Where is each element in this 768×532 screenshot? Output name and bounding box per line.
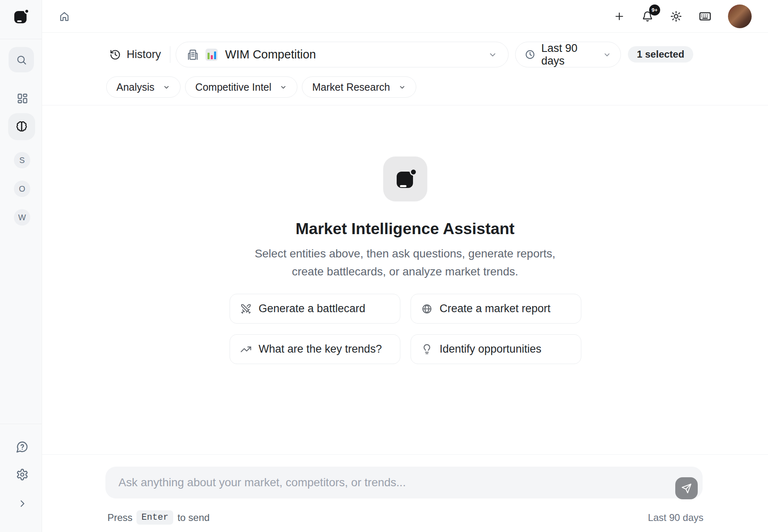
history-button[interactable]: History xyxy=(109,42,161,67)
suggestion-label: What are the key trends? xyxy=(259,343,382,355)
lightbulb-icon xyxy=(421,344,433,355)
keyboard-icon xyxy=(699,10,712,23)
suggestion-label: Generate a battlecard xyxy=(259,302,365,315)
send-icon xyxy=(681,483,692,494)
workspace-avatar-s[interactable]: S xyxy=(14,152,30,168)
sidebar-bottom-divider xyxy=(0,424,42,424)
brain-icon xyxy=(15,120,28,133)
filter-market-research[interactable]: Market Research xyxy=(302,76,416,98)
header-divider xyxy=(170,46,170,63)
suggestion-generate-battlecard[interactable]: Generate a battlecard xyxy=(230,294,400,324)
history-label: History xyxy=(127,48,161,61)
suggestion-label: Create a market report xyxy=(440,302,551,315)
globe-icon xyxy=(421,303,433,315)
chevron-down-icon xyxy=(163,83,170,91)
composer-hints: Press Enter to send Last 90 days xyxy=(107,510,703,525)
help-bubble-icon xyxy=(16,440,29,453)
workspace-avatar-w[interactable]: W xyxy=(14,209,30,226)
user-avatar[interactable] xyxy=(728,4,752,28)
sidebar-expand-button[interactable] xyxy=(13,494,31,512)
assistant-button-active[interactable] xyxy=(8,113,35,140)
chevron-down-icon xyxy=(603,50,612,59)
page-subtitle: Select entities above, then ask question… xyxy=(255,245,555,281)
plus-icon xyxy=(614,11,625,22)
filter-market-research-label: Market Research xyxy=(312,81,390,93)
filter-header: History WIM Competition xyxy=(42,33,768,105)
chevron-right-icon xyxy=(17,498,28,509)
workspace-avatar-o[interactable]: O xyxy=(14,181,30,197)
suggestion-key-trends[interactable]: What are the key trends? xyxy=(230,334,400,364)
chat-input[interactable] xyxy=(105,467,703,498)
page-title: Market Intelligence Assistant xyxy=(295,219,514,238)
shortcuts-button[interactable] xyxy=(699,10,712,23)
trending-up-icon xyxy=(240,344,252,355)
subtitle-line-2: create battlecards, or analyze market tr… xyxy=(255,263,555,281)
dashboard-grid-icon xyxy=(17,93,28,104)
enter-key-chip: Enter xyxy=(136,510,173,525)
selected-count-badge: 1 selected xyxy=(628,46,693,63)
entity-selector[interactable]: WIM Competition xyxy=(176,42,509,67)
dashboard-button[interactable] xyxy=(10,86,35,111)
settings-button[interactable] xyxy=(12,465,32,484)
chevron-down-icon xyxy=(279,83,287,91)
sidebar-top-divider xyxy=(0,39,42,39)
notifications-button[interactable]: 9+ xyxy=(641,10,654,22)
filter-competitive-intel-label: Competitive Intel xyxy=(195,81,271,93)
search-button[interactable] xyxy=(9,47,34,72)
theme-toggle-button[interactable] xyxy=(670,10,682,22)
swords-icon xyxy=(240,303,252,315)
home-button[interactable] xyxy=(55,7,73,25)
composer-time-range: Last 90 days xyxy=(648,512,703,523)
app-logo-icon[interactable] xyxy=(14,9,28,23)
hint-to-send: to send xyxy=(177,512,210,523)
suggestion-grid: Generate a battlecard Create a market re… xyxy=(230,294,581,364)
sidebar: S O W xyxy=(0,0,42,532)
building-icon xyxy=(187,49,199,61)
history-icon xyxy=(109,49,121,60)
notification-count-badge: 9+ xyxy=(649,4,660,16)
top-header: 9+ xyxy=(42,0,768,33)
filter-analysis-label: Analysis xyxy=(116,81,154,93)
time-range-label: Last 90 days xyxy=(541,42,603,67)
new-chat-button[interactable] xyxy=(614,11,625,22)
subtitle-line-1: Select entities above, then ask question… xyxy=(255,245,555,263)
home-icon xyxy=(59,11,70,22)
chevron-down-icon xyxy=(398,83,406,91)
suggestion-label: Identify opportunities xyxy=(440,343,541,355)
help-button[interactable] xyxy=(12,437,32,456)
hero-section: Market Intelligence Assistant Select ent… xyxy=(42,156,768,281)
hint-press: Press xyxy=(107,512,132,523)
bar-chart-emoji-icon xyxy=(205,49,218,61)
clock-icon xyxy=(525,49,536,60)
chevron-down-icon xyxy=(488,50,498,60)
sun-icon xyxy=(670,10,682,22)
entity-selector-label: WIM Competition xyxy=(225,48,316,61)
time-range-selector[interactable]: Last 90 days xyxy=(515,42,621,67)
filter-competitive-intel[interactable]: Competitive Intel xyxy=(185,76,297,98)
category-filters: Analysis Competitive Intel Market Resear… xyxy=(106,76,416,98)
assistant-logo-icon xyxy=(383,156,427,201)
gear-icon xyxy=(16,468,29,481)
topbar-actions: 9+ xyxy=(614,0,752,33)
suggestion-create-market-report[interactable]: Create a market report xyxy=(411,294,581,324)
composer-section: Press Enter to send Last 90 days xyxy=(42,454,768,532)
send-button[interactable] xyxy=(675,477,698,499)
search-icon xyxy=(16,54,27,65)
suggestion-identify-opportunities[interactable]: Identify opportunities xyxy=(411,334,581,364)
filter-analysis[interactable]: Analysis xyxy=(106,76,181,98)
